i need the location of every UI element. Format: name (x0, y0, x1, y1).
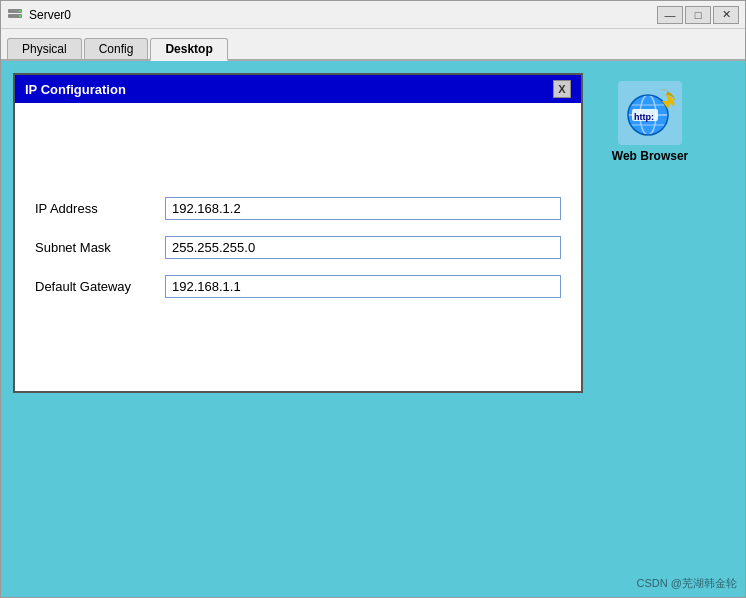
tab-desktop[interactable]: Desktop (150, 38, 227, 61)
watermark: CSDN @芜湖韩金轮 (637, 576, 737, 591)
dialog-body: IP Address Subnet Mask Default Gateway (15, 103, 581, 391)
ip-config-dialog: IP Configuration X IP Address Subnet Mas… (13, 73, 583, 393)
title-bar-left: Server0 (7, 7, 71, 23)
tab-physical[interactable]: Physical (7, 38, 82, 59)
server-icon (7, 7, 23, 23)
main-window: Server0 — □ ✕ Physical Config Desktop IP… (0, 0, 746, 598)
desktop-panel: http: Web Browser (595, 73, 705, 585)
close-button[interactable]: ✕ (713, 6, 739, 24)
tab-config[interactable]: Config (84, 38, 149, 59)
dialog-title-bar: IP Configuration X (15, 75, 581, 103)
svg-text:http:: http: (634, 112, 654, 122)
default-gateway-label: Default Gateway (35, 279, 155, 294)
subnet-mask-row: Subnet Mask (35, 236, 561, 259)
maximize-button[interactable]: □ (685, 6, 711, 24)
web-browser-icon[interactable]: http: Web Browser (605, 77, 695, 167)
dialog-title: IP Configuration (25, 82, 126, 97)
ip-address-row: IP Address (35, 197, 561, 220)
web-browser-svg-icon: http: (618, 81, 682, 145)
ip-address-label: IP Address (35, 201, 155, 216)
default-gateway-input[interactable] (165, 275, 561, 298)
default-gateway-row: Default Gateway (35, 275, 561, 298)
window-title: Server0 (29, 8, 71, 22)
tab-bar: Physical Config Desktop (1, 29, 745, 61)
subnet-mask-input[interactable] (165, 236, 561, 259)
dialog-close-button[interactable]: X (553, 80, 571, 98)
subnet-mask-label: Subnet Mask (35, 240, 155, 255)
title-bar-controls: — □ ✕ (657, 6, 739, 24)
content-area: IP Configuration X IP Address Subnet Mas… (1, 61, 745, 597)
minimize-button[interactable]: — (657, 6, 683, 24)
web-browser-label: Web Browser (612, 149, 688, 163)
ip-address-input[interactable] (165, 197, 561, 220)
title-bar: Server0 — □ ✕ (1, 1, 745, 29)
svg-point-2 (19, 10, 21, 12)
svg-point-3 (19, 15, 21, 17)
